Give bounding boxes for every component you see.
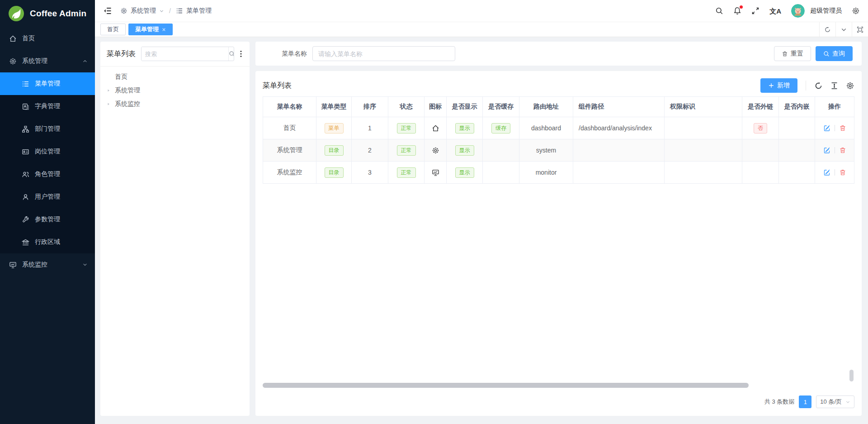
edit-icon[interactable] — [823, 147, 830, 154]
cell-embedded — [779, 117, 815, 139]
vertical-scrollbar-thumb[interactable] — [849, 370, 854, 381]
tree-node-home[interactable]: 首页 — [100, 70, 250, 84]
cell-menu-name: 系统监控 — [263, 162, 316, 184]
table-row[interactable]: 首页 菜单 1 正常 显示 缓存 dashboard /dashboard/an… — [263, 117, 854, 139]
column-header[interactable]: 状态 — [388, 97, 425, 117]
column-header[interactable]: 是否外链 — [742, 97, 779, 117]
table-row[interactable]: 系统监控 目录 3 正常 显示 monitor — [263, 162, 854, 184]
open-tabs: 首页 菜单管理 — [95, 24, 819, 35]
sidebar-item-label: 菜单管理 — [35, 80, 60, 88]
refresh-icon[interactable] — [814, 81, 823, 90]
cell-route: monitor — [519, 162, 573, 184]
breadcrumb-item-system[interactable]: 系统管理 — [131, 7, 156, 15]
sidebar-collapse-icon[interactable] — [103, 6, 112, 15]
caret-right-icon — [107, 75, 115, 79]
current-user-name[interactable]: 超级管理员 — [810, 7, 842, 15]
caret-right-icon[interactable] — [107, 88, 115, 93]
column-header[interactable]: 菜单名称 — [263, 97, 316, 117]
roles-icon — [22, 171, 29, 178]
column-header[interactable]: 权限标识 — [665, 97, 742, 117]
table-row[interactable]: 系统管理 目录 2 正常 显示 system — [263, 139, 854, 162]
tab-menu-mgmt[interactable]: 菜单管理 — [128, 24, 173, 35]
avatar[interactable] — [791, 4, 805, 18]
sidebar-item-role-mgmt[interactable]: 角色管理 — [0, 163, 95, 186]
column-header[interactable]: 是否缓存 — [483, 97, 519, 117]
breadcrumb-item-menu: 菜单管理 — [186, 7, 212, 15]
notification-dot-badge — [740, 5, 743, 9]
row-height-icon[interactable] — [830, 81, 839, 90]
sidebar-item-dict-mgmt[interactable]: 字典管理 — [0, 95, 95, 118]
toolbar-divider — [806, 81, 806, 91]
type-badge: 目录 — [325, 145, 344, 156]
sidebar-item-post-mgmt[interactable]: 岗位管理 — [0, 140, 95, 163]
column-header[interactable]: 路由地址 — [519, 97, 573, 117]
translate-icon[interactable]: 文A — [769, 8, 781, 14]
column-header[interactable]: 组件路径 — [573, 97, 665, 117]
maximize-icon[interactable] — [852, 22, 868, 37]
cell-actions — [815, 117, 854, 139]
search-icon[interactable] — [715, 7, 723, 15]
column-header[interactable]: 排序 — [352, 97, 388, 117]
column-header[interactable]: 菜单类型 — [316, 97, 352, 117]
sidebar-item-system[interactable]: 系统管理 — [0, 50, 95, 72]
app-logo[interactable]: Coffee Admin — [0, 0, 95, 27]
cell-route: dashboard — [519, 117, 573, 139]
column-header[interactable]: 图标 — [425, 97, 447, 117]
column-header[interactable]: 是否显示 — [447, 97, 483, 117]
refresh-icon[interactable] — [819, 22, 835, 37]
tab-home[interactable]: 首页 — [100, 24, 126, 35]
close-icon[interactable] — [162, 28, 166, 32]
pagination: 共 3 条数据 1 10 条/页 — [263, 392, 854, 411]
cell-cache — [483, 139, 519, 162]
cell-icon — [425, 162, 447, 184]
pagination-page-1[interactable]: 1 — [799, 395, 811, 408]
sidebar-item-user-mgmt[interactable]: 用户管理 — [0, 186, 95, 208]
tree-node-monitor[interactable]: 系统监控 — [100, 97, 250, 111]
query-button[interactable]: 查询 — [816, 46, 853, 61]
add-button[interactable]: 新增 — [760, 78, 797, 93]
scrollbar-thumb[interactable] — [263, 383, 749, 388]
tree-node-system[interactable]: 系统管理 — [100, 84, 250, 97]
cell-permission — [665, 117, 742, 139]
cell-menu-type: 菜单 — [316, 117, 352, 139]
more-options-icon[interactable] — [237, 50, 245, 57]
reset-button-label: 重置 — [791, 50, 803, 58]
cell-visible: 显示 — [447, 139, 483, 162]
search-icon[interactable] — [228, 47, 234, 61]
reset-button[interactable]: 重置 — [774, 46, 811, 61]
fullscreen-icon[interactable] — [751, 7, 760, 15]
sidebar-item-param-mgmt[interactable]: 参数管理 — [0, 208, 95, 231]
sidebar-item-monitor[interactable]: 系统监控 — [0, 253, 95, 276]
caret-right-icon[interactable] — [107, 102, 115, 106]
delete-icon[interactable] — [839, 124, 846, 132]
cell-menu-name: 系统管理 — [263, 139, 316, 162]
cell-menu-name: 首页 — [263, 117, 316, 139]
chevron-down-icon[interactable] — [159, 9, 164, 14]
menu-table: 菜单名称 菜单类型 排序 状态 图标 是否显示 是否缓存 路由地址 组件路径 权… — [263, 96, 854, 184]
delete-icon[interactable] — [839, 169, 846, 176]
sidebar-item-dept-mgmt[interactable]: 部门管理 — [0, 118, 95, 140]
menu-name-label: 菜单名称 — [266, 50, 307, 58]
delete-icon[interactable] — [839, 147, 846, 154]
settings-gear-icon[interactable] — [852, 7, 860, 15]
bank-icon — [22, 238, 29, 246]
chevron-down-icon[interactable] — [835, 22, 852, 37]
sidebar-item-home[interactable]: 首页 — [0, 27, 95, 50]
cell-cache: 缓存 — [483, 117, 519, 139]
edit-icon[interactable] — [823, 124, 830, 132]
cell-order: 1 — [352, 117, 388, 139]
tree-node-label: 首页 — [115, 73, 127, 81]
sidebar-item-region[interactable]: 行政区域 — [0, 231, 95, 253]
horizontal-scrollbar[interactable] — [263, 383, 848, 388]
column-header[interactable]: 是否内嵌 — [779, 97, 815, 117]
add-button-label: 新增 — [777, 81, 790, 90]
menu-name-input[interactable] — [312, 46, 455, 61]
page-size-select[interactable]: 10 条/页 — [816, 395, 854, 408]
sidebar-item-menu-mgmt[interactable]: 菜单管理 — [0, 72, 95, 95]
column-settings-gear-icon[interactable] — [846, 81, 854, 90]
tree-panel-title: 菜单列表 — [107, 49, 136, 59]
tree-search-input[interactable] — [142, 47, 228, 61]
notifications-button[interactable] — [733, 7, 741, 15]
edit-icon[interactable] — [823, 169, 830, 176]
cell-actions — [815, 139, 854, 162]
